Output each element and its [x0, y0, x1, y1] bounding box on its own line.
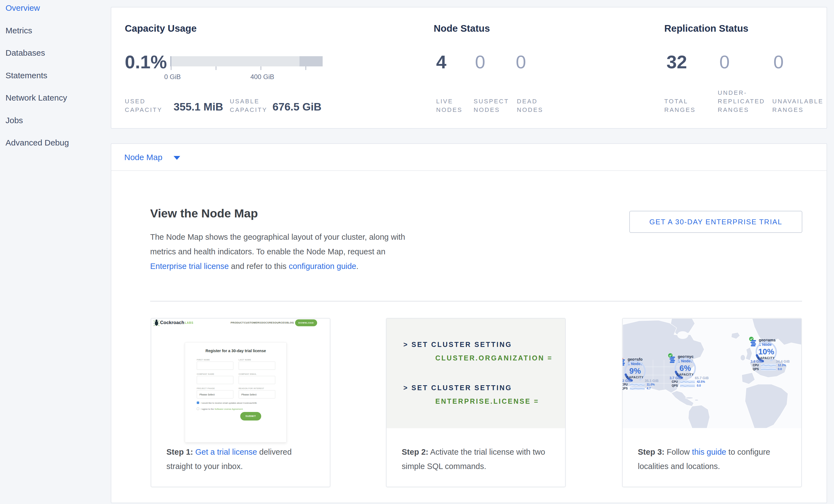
axis-tick-label-400gib: 400 GiB: [250, 73, 275, 81]
mini-nav-product: PRODUCT: [231, 321, 244, 324]
capacity-label: CAPACITY: [623, 376, 648, 379]
total-ranges-label: TOTAL RANGES: [664, 97, 700, 114]
sql-setting-line: ENTERPRISE.LICENSE =: [435, 397, 539, 406]
cpu-sparkline: [680, 380, 695, 383]
cpu-label: CPU: [672, 380, 680, 383]
unavailable-ranges-count: 0: [773, 52, 784, 72]
suspect-nodes-label: SUSPECT NODES: [474, 97, 512, 114]
sidebar-nav: Overview Metrics Databases Statements Ne…: [0, 0, 111, 504]
cpu-label: CPU: [623, 383, 630, 386]
cpu-label: CPU: [753, 364, 761, 367]
step-3-prefix: Step 3:: [638, 447, 664, 456]
get-trial-license-link[interactable]: Get a trial license: [195, 447, 257, 456]
mini-nav-blog: BLOG: [286, 321, 294, 324]
capacity-total: 65.7 GiB: [695, 376, 709, 380]
sidebar-item-advanced-debug[interactable]: Advanced Debug: [5, 138, 69, 148]
node-map-view-dropdown[interactable]: Node Map: [124, 144, 180, 171]
capacity-total: 34.4 GiB: [776, 359, 790, 364]
labs-brand-text: LABS: [185, 321, 193, 324]
node-map-panel: Node Map View the Node Map The Node Map …: [111, 143, 827, 503]
capacity-bar-used-segment: [171, 56, 171, 66]
dead-nodes-label: DEAD NODES: [517, 97, 553, 114]
cpu-value: 11.0%: [646, 383, 655, 386]
license-agreement-checkbox-row: I agree to the Software License Agreemen…: [197, 408, 243, 410]
dead-nodes-count: 0: [516, 52, 526, 72]
mini-nav-customers: CUSTOMERS: [244, 321, 261, 324]
enterprise-trial-license-link[interactable]: Enterprise trial license: [150, 262, 229, 270]
cpu-sparkline: [630, 383, 645, 386]
unavailable-ranges-label: UNAVAILABLE RANGES: [772, 97, 822, 114]
capacity-used: 3.7 GiB: [670, 376, 681, 380]
capacity-percent: 10%: [753, 347, 780, 356]
this-guide-link[interactable]: this guide: [692, 447, 726, 456]
sql-code-block: > SET CLUSTER SETTING CLUSTER.ORGANIZATI…: [387, 319, 565, 428]
sql-setting-line: CLUSTER.ORGANIZATION =: [435, 354, 553, 362]
capacity-label: CAPACITY: [753, 356, 780, 359]
sidebar-item-metrics[interactable]: Metrics: [5, 26, 32, 35]
sidebar-item-statements[interactable]: Statements: [5, 71, 47, 80]
capacity-label: CAPACITY: [672, 373, 699, 376]
locality-marker-nyc: geo=nyc 2 Nodes 6% CAPACITY 3.7 GiB 65.7…: [668, 355, 715, 387]
live-nodes-count: 4: [436, 52, 446, 72]
qps-row: QPS 0.0: [672, 384, 701, 387]
axis-tick: [306, 66, 306, 70]
get-enterprise-trial-button[interactable]: GET A 30-DAY ENTERPRISE TRIAL: [629, 211, 802, 233]
capacity-used-percent: 0.1%: [125, 52, 167, 72]
replication-status-title: Replication Status: [664, 23, 748, 34]
node-map-view-dropdown-label: Node Map: [124, 153, 162, 162]
db-console-overview-page: Overview Metrics Databases Statements Ne…: [0, 0, 834, 504]
usable-capacity-value: 676.5 GiB: [272, 101, 322, 113]
step-2-text: Step 2: Activate the trial license with …: [402, 445, 555, 474]
sidebar-item-databases[interactable]: Databases: [5, 48, 45, 58]
reason-for-interest-label: REASON FOR INTEREST: [239, 388, 264, 389]
last-name-label: LAST NAME: [239, 359, 251, 361]
mini-download-button: DOWNLOAD: [295, 320, 317, 326]
intro-text: and refer to this: [229, 262, 289, 270]
email-updates-checkbox-label: I would like to receive email updates ab…: [201, 402, 257, 404]
company-name-label: COMPANY NAME: [197, 373, 214, 375]
capacity-used: 3.2 GiB: [623, 379, 631, 383]
qps-label: QPS: [623, 387, 630, 390]
sidebar-item-jobs[interactable]: Jobs: [5, 116, 23, 125]
trial-license-form: Register for a 30-day trial license FIRS…: [185, 342, 287, 442]
cpu-row: CPU 11.0%: [623, 383, 655, 386]
step-3-card: geo=sfo 2 Nodes 9% CAPACITY 3.2 GiB 35.1…: [622, 318, 802, 487]
mini-nav-docs: DOCS: [261, 321, 269, 324]
step-text: Follow: [664, 447, 692, 456]
sidebar-item-network-latency[interactable]: Network Latency: [5, 93, 67, 103]
capacity-usage-title: Capacity Usage: [125, 23, 197, 34]
cpu-sparkline: [761, 364, 776, 367]
step-3-text: Step 3: Follow this guide to configure l…: [638, 445, 791, 474]
used-capacity-label: USED CAPACITY: [125, 97, 169, 114]
capacity-percent: 6%: [672, 364, 699, 373]
page-title: View the Node Map: [150, 207, 258, 220]
intro-text: The Node Map shows the geographical layo…: [150, 233, 405, 256]
cockroach-labs-logo-icon: [153, 319, 159, 327]
configuration-guide-link[interactable]: configuration guide: [289, 262, 356, 270]
qps-value: 0.0: [697, 384, 701, 387]
step-2-card: > SET CLUSTER SETTING CLUSTER.ORGANIZATI…: [386, 318, 566, 487]
signup-page-screenshot: Cockroach LABS PRODUCT CUSTOMERS DOCS RE…: [151, 319, 330, 444]
mini-nav-resources: RESOURCES: [269, 321, 286, 324]
sql-prompt-line: > SET CLUSTER SETTING: [403, 341, 512, 349]
checked-checkbox-icon: [197, 401, 199, 404]
qps-value: 4.7: [646, 387, 651, 390]
first-name-label: FIRST NAME: [197, 359, 210, 361]
capacity-bar-reserved-segment: [300, 56, 323, 66]
sidebar-item-overview[interactable]: Overview: [5, 3, 40, 13]
qps-label: QPS: [753, 367, 761, 371]
reason-for-interest-select: Please Select: [239, 390, 275, 398]
capacity-usage-bar: [171, 56, 323, 66]
axis-tick-label-0gib: 0 GiB: [164, 73, 181, 81]
sql-prompt-line: > SET CLUSTER SETTING: [403, 384, 512, 392]
cpu-value: 42.5%: [697, 380, 705, 383]
used-capacity-value: 355.1 MiB: [174, 101, 223, 113]
cpu-value: 12.3%: [778, 364, 786, 367]
step-text: [193, 447, 195, 456]
form-title: Register for a 30-day trial license: [185, 349, 286, 353]
project-phase-select: Please Select: [197, 390, 233, 398]
live-nodes-label: LIVE NODES: [436, 97, 472, 114]
qps-row: QPS 4.7: [623, 387, 651, 390]
cpu-row: CPU 42.5%: [672, 380, 705, 383]
view-selector-row: Node Map: [111, 144, 827, 171]
